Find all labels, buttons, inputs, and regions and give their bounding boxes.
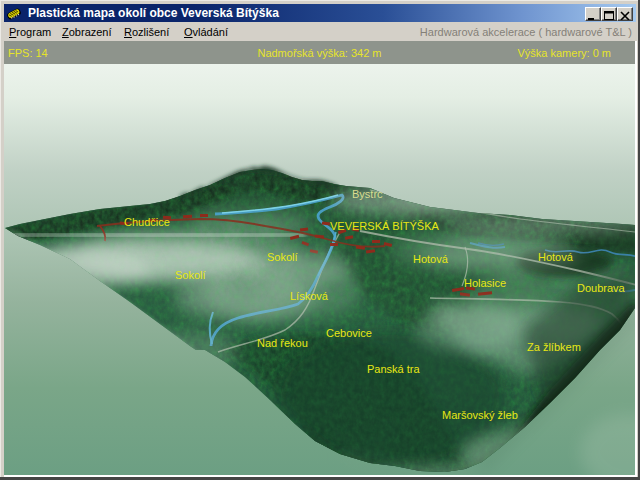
svg-text:Hotová: Hotová [413, 253, 449, 265]
svg-text:Hotová: Hotová [538, 251, 574, 263]
svg-text:Chudčice: Chudčice [124, 216, 170, 228]
svg-text:Maršovský žleb: Maršovský žleb [442, 409, 518, 421]
svg-text:Lísková: Lísková [290, 290, 329, 302]
svg-text:Nad řekou: Nad řekou [257, 337, 308, 349]
svg-text:Za žlíbkem: Za žlíbkem [527, 341, 581, 353]
svg-text:VEVERSKÁ BÍTÝŠKA: VEVERSKÁ BÍTÝŠKA [330, 220, 439, 232]
svg-text:Sokolí: Sokolí [175, 269, 206, 281]
svg-text:Holasice: Holasice [464, 277, 506, 289]
svg-text:Panská tra: Panská tra [367, 363, 420, 375]
svg-text:Bystrc: Bystrc [352, 188, 383, 200]
svg-text:Sokolí: Sokolí [267, 251, 298, 263]
svg-text:Doubrava: Doubrava [577, 282, 626, 294]
svg-text:Cebovice: Cebovice [326, 327, 372, 339]
